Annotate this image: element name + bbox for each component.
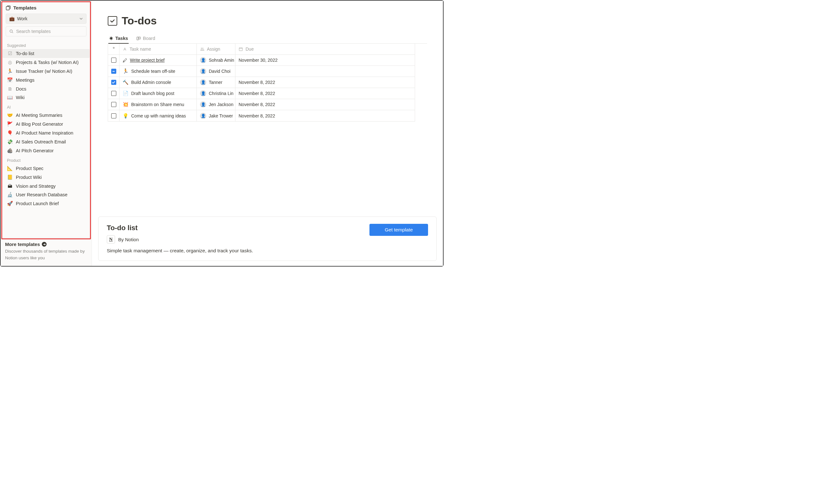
row-name-cell[interactable]: 🔨Build Admin console: [120, 77, 197, 88]
sidebar-item[interactable]: 🪨AI Pitch Generator: [2, 146, 90, 155]
row-checkbox[interactable]: [111, 91, 116, 96]
row-name-cell[interactable]: 🖊Write project brief: [120, 55, 197, 66]
header-due-label: Due: [246, 47, 254, 52]
more-templates-label: More templates: [5, 241, 40, 247]
tab-board[interactable]: Board: [136, 34, 156, 43]
chevron-down-icon: [79, 17, 83, 21]
table-header-row: Task name Assign Due: [108, 44, 415, 55]
table-row[interactable]: 📄Draft launch blog post👤Christina LinNov…: [108, 88, 415, 99]
arrow-right-icon: ➜: [42, 242, 47, 247]
item-icon: 🏃: [7, 68, 13, 74]
sidebar-item[interactable]: 🚀Product Launch Brief: [2, 199, 90, 208]
item-label: Product Launch Brief: [16, 201, 58, 206]
templates-sidebar: Templates 💼 Work Suggested ☑To-do list◎P…: [1, 1, 92, 266]
table-row[interactable]: 💥Brainstorm on Share menu👤Jen JacksonNov…: [108, 99, 415, 110]
sidebar-item[interactable]: 🎈AI Product Name Inspiration: [2, 128, 90, 138]
tab-tasks[interactable]: Tasks: [108, 34, 129, 43]
sidebar-item[interactable]: 📐Product Spec: [2, 164, 90, 173]
row-due-cell[interactable]: November 8, 2022: [235, 99, 415, 110]
row-due-cell[interactable]: November 8, 2022: [235, 77, 415, 88]
sidebar-item[interactable]: 🚩AI Blog Post Generator: [2, 120, 90, 128]
template-byline[interactable]: N By Notion: [107, 235, 363, 244]
item-label: Wiki: [16, 95, 24, 100]
item-label: User Research Database: [16, 192, 68, 197]
page-title-text: To-dos: [122, 15, 157, 27]
row-assign-cell[interactable]: 👤Christina Lin: [197, 88, 235, 99]
assignee-name: Tanner: [209, 80, 223, 85]
row-checkbox[interactable]: [111, 102, 116, 107]
search-icon: [9, 29, 14, 34]
sidebar-footer[interactable]: More templates ➜ Discover thousands of t…: [1, 237, 91, 266]
task-name-text: Draft launch blog post: [131, 91, 174, 96]
row-checkbox[interactable]: [111, 113, 116, 119]
header-checkbox-col: [108, 44, 120, 54]
row-checkbox[interactable]: [111, 80, 116, 85]
table-row[interactable]: 🏃Schedule team off-site👤David Choi: [108, 66, 415, 77]
search-input[interactable]: [16, 29, 83, 34]
item-label: To-do list: [16, 51, 34, 56]
sidebar-item[interactable]: 🏃Issue Tracker (w/ Notion AI): [2, 67, 90, 76]
row-checkbox-cell: [108, 77, 120, 88]
sidebar-item[interactable]: 📅Meetings: [2, 76, 90, 85]
sidebar-item[interactable]: 🏔Vision and Strategy: [2, 182, 90, 190]
header-assign-col[interactable]: Assign: [197, 44, 235, 54]
avatar: 👤: [200, 79, 206, 86]
asterisk-icon: [109, 36, 113, 40]
row-name-cell[interactable]: 📄Draft launch blog post: [120, 88, 197, 99]
row-assign-cell[interactable]: 👤David Choi: [197, 66, 235, 77]
row-checkbox[interactable]: [111, 69, 116, 74]
row-checkbox-cell: [108, 66, 120, 77]
task-emoji-icon: 🏃: [123, 68, 129, 74]
row-assign-cell[interactable]: 👤Sohrab Amin: [197, 55, 235, 66]
sidebar-item[interactable]: 📖Wiki: [2, 93, 90, 102]
row-checkbox-cell: [108, 99, 120, 110]
row-due-cell[interactable]: November 30, 2022: [235, 55, 415, 66]
get-template-button[interactable]: Get template: [369, 224, 428, 236]
item-icon: ◎: [7, 59, 13, 65]
row-name-cell[interactable]: 💥Brainstorm on Share menu: [120, 99, 197, 110]
row-name-cell[interactable]: 💡Come up with naming ideas: [120, 110, 197, 121]
search-container[interactable]: [6, 26, 87, 36]
row-due-cell[interactable]: November 8, 2022: [235, 88, 415, 99]
section-ai: 🤝AI Meeting Summaries🚩AI Blog Post Gener…: [2, 111, 90, 155]
row-assign-cell[interactable]: 👤Tanner: [197, 77, 235, 88]
row-due-cell[interactable]: November 8, 2022: [235, 110, 415, 121]
table-row[interactable]: 🔨Build Admin console👤TannerNovember 8, 2…: [108, 77, 415, 88]
sidebar-item[interactable]: 🔬User Research Database: [2, 190, 90, 199]
row-name-cell[interactable]: 🏃Schedule team off-site: [120, 66, 197, 77]
template-info-desc: Simple task management — create, organiz…: [107, 248, 363, 254]
header-assign-label: Assign: [207, 47, 220, 52]
avatar: 👤: [200, 101, 206, 108]
item-label: AI Product Name Inspiration: [16, 130, 73, 136]
sidebar-item[interactable]: ◎Projects & Tasks (w/ Notion AI): [2, 58, 90, 67]
sidebar-item[interactable]: ☑To-do list: [2, 49, 90, 58]
row-due-cell[interactable]: [235, 66, 415, 77]
sidebar-title-text: Templates: [13, 5, 36, 11]
row-assign-cell[interactable]: 👤Jen Jackson: [197, 99, 235, 110]
category-dropdown[interactable]: 💼 Work: [6, 14, 87, 24]
section-product: 📐Product Spec📒Product Wiki🏔Vision and St…: [2, 164, 90, 208]
table-body: 🖊Write project brief👤Sohrab AminNovember…: [108, 55, 415, 121]
byline-text: By Notion: [118, 237, 139, 242]
table-row[interactable]: 🖊Write project brief👤Sohrab AminNovember…: [108, 55, 415, 66]
sidebar-item[interactable]: 🗎Docs: [2, 85, 90, 93]
item-label: Product Wiki: [16, 175, 41, 180]
sidebar-item[interactable]: 💸AI Sales Outreach Email: [2, 138, 90, 146]
task-name-text: Schedule team off-site: [131, 69, 175, 74]
item-icon: 🪨: [7, 148, 13, 154]
table-row[interactable]: 💡Come up with naming ideas👤Jake TrowerNo…: [108, 110, 415, 121]
task-name-text: Come up with naming ideas: [131, 113, 186, 119]
due-date-text: November 8, 2022: [239, 102, 275, 107]
sidebar-item[interactable]: 📒Product Wiki: [2, 173, 90, 182]
item-label: Docs: [16, 86, 26, 91]
more-templates-link: More templates ➜: [5, 241, 87, 247]
main-panel: To-dos Tasks Board: [92, 1, 443, 266]
row-assign-cell[interactable]: 👤Jake Trower: [197, 110, 235, 121]
item-label: AI Blog Post Generator: [16, 122, 63, 127]
sidebar-item[interactable]: 🤝AI Meeting Summaries: [2, 111, 90, 120]
header-name-col[interactable]: Task name: [120, 44, 197, 54]
header-due-col[interactable]: Due: [235, 44, 415, 54]
assignee-name: Jake Trower: [209, 113, 233, 119]
row-checkbox[interactable]: [111, 58, 116, 63]
item-icon: 🚀: [7, 201, 13, 206]
